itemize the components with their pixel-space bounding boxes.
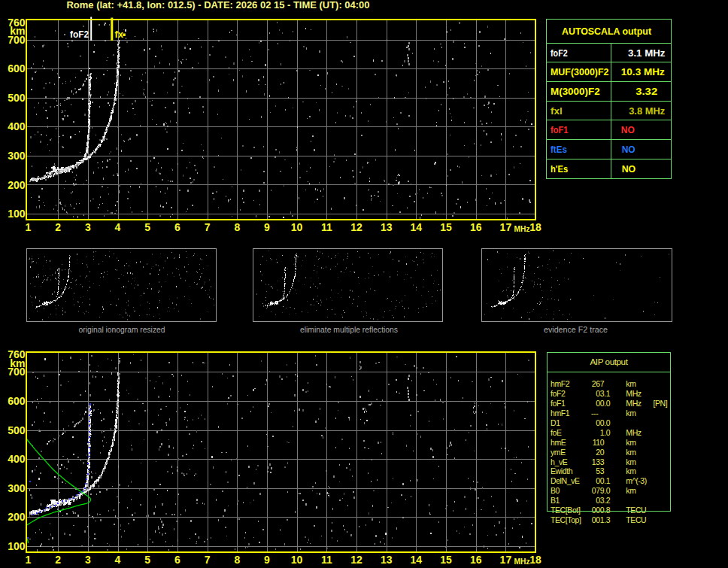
svg-text:MHz: MHz	[514, 557, 530, 566]
svg-text:MHz: MHz	[626, 428, 642, 437]
svg-text:15: 15	[440, 221, 452, 233]
svg-text:18: 18	[529, 221, 541, 233]
svg-text:foE: foE	[551, 428, 562, 437]
svg-text:fxl: fxl	[551, 106, 563, 117]
svg-text:h'Es: h'Es	[551, 164, 568, 175]
svg-text:Ewidth: Ewidth	[551, 466, 573, 475]
svg-text:6: 6	[174, 221, 180, 233]
svg-text:17: 17	[500, 554, 512, 566]
svg-text:B1: B1	[551, 496, 560, 505]
svg-text:300: 300	[8, 150, 26, 162]
svg-text:500: 500	[8, 424, 26, 436]
svg-text:13: 13	[381, 554, 393, 566]
svg-text:AUTOSCALA output: AUTOSCALA output	[562, 26, 652, 37]
svg-text:TEC[Bot]: TEC[Bot]	[551, 506, 581, 515]
svg-text:11: 11	[321, 221, 332, 233]
svg-text:original ionogram resized: original ionogram resized	[79, 326, 165, 334]
svg-text:12: 12	[350, 554, 362, 566]
svg-text:NO: NO	[622, 144, 635, 155]
svg-text:8: 8	[234, 221, 240, 233]
svg-text:MHz: MHz	[514, 224, 530, 233]
svg-text:6: 6	[174, 554, 180, 566]
svg-text:13: 13	[381, 221, 393, 233]
svg-text:9: 9	[264, 554, 270, 566]
svg-text:110: 110	[593, 438, 605, 447]
svg-text:MUF(3000)F2: MUF(3000)F2	[551, 67, 609, 77]
svg-text:600: 600	[8, 62, 26, 74]
svg-text:foF2: foF2	[70, 29, 89, 40]
svg-text:600: 600	[8, 395, 26, 407]
svg-text:53: 53	[596, 466, 604, 475]
svg-text:km: km	[626, 466, 636, 475]
svg-text:400: 400	[8, 453, 26, 465]
svg-text:foF2: foF2	[551, 48, 568, 59]
svg-text:5: 5	[144, 221, 150, 233]
svg-text:2: 2	[55, 554, 61, 566]
svg-text:7: 7	[205, 221, 211, 233]
svg-text:00: 00	[596, 399, 604, 408]
svg-text:267: 267	[592, 379, 605, 388]
svg-text:000: 000	[592, 506, 605, 515]
svg-text:100: 100	[8, 540, 26, 552]
svg-text:h_vE: h_vE	[551, 457, 568, 466]
svg-text:foF1: foF1	[551, 125, 568, 135]
svg-text:17: 17	[500, 221, 512, 233]
svg-text:.1: .1	[604, 389, 611, 398]
svg-text:ftEs: ftEs	[551, 144, 567, 155]
svg-text:NO: NO	[622, 164, 636, 175]
svg-text:TEC[Top]: TEC[Top]	[551, 515, 581, 524]
svg-text:12: 12	[350, 221, 362, 233]
svg-text:eliminate multiple reflections: eliminate multiple reflections	[300, 326, 398, 334]
svg-text:km: km	[626, 409, 636, 418]
svg-text:hmF2: hmF2	[551, 379, 570, 388]
svg-text:km: km	[626, 486, 636, 495]
svg-text:1: 1	[26, 221, 32, 233]
svg-text:4: 4	[115, 221, 121, 233]
svg-text:700: 700	[8, 34, 26, 46]
svg-text:00: 00	[596, 418, 604, 427]
svg-text:700: 700	[8, 366, 26, 378]
svg-text:.0: .0	[604, 486, 611, 495]
svg-text:11: 11	[321, 554, 332, 566]
svg-text:AIP output: AIP output	[590, 357, 629, 366]
svg-text:.2: .2	[604, 496, 611, 505]
svg-text:km: km	[626, 379, 636, 388]
svg-text:MHz: MHz	[626, 389, 642, 398]
svg-text:2: 2	[55, 221, 61, 233]
svg-text:10.3 MHz: 10.3 MHz	[621, 67, 665, 77]
svg-text:hmE: hmE	[551, 438, 566, 447]
svg-text:100: 100	[8, 208, 26, 220]
svg-text:4: 4	[115, 554, 121, 566]
svg-text:03: 03	[596, 496, 604, 505]
svg-text:14: 14	[411, 221, 423, 233]
svg-text:[PN]: [PN]	[653, 399, 667, 408]
svg-text:fx: fx	[115, 29, 124, 40]
svg-text:3.32: 3.32	[635, 87, 657, 97]
svg-text:D1: D1	[551, 418, 560, 427]
svg-text:079: 079	[592, 486, 605, 495]
svg-text:foF1: foF1	[551, 399, 566, 408]
svg-text:.3: .3	[604, 515, 611, 524]
svg-text:---: ---	[591, 409, 599, 418]
svg-text:200: 200	[8, 179, 26, 191]
svg-text:15: 15	[440, 554, 452, 566]
svg-text:10: 10	[291, 554, 303, 566]
svg-text:5: 5	[144, 554, 150, 566]
svg-text:9: 9	[264, 221, 270, 233]
svg-text:133: 133	[592, 457, 605, 466]
svg-text:km: km	[626, 457, 636, 466]
svg-text:10: 10	[291, 221, 303, 233]
svg-text:DelN_vE: DelN_vE	[551, 476, 580, 485]
svg-text:001: 001	[592, 515, 605, 524]
svg-text:18: 18	[529, 554, 541, 566]
svg-text:MHz: MHz	[626, 399, 642, 408]
svg-text:3.8 MHz: 3.8 MHz	[629, 106, 665, 117]
svg-text:.0: .0	[604, 428, 611, 437]
svg-text:M(3000)F2: M(3000)F2	[551, 87, 600, 97]
svg-text:km: km	[626, 438, 636, 447]
svg-text:00: 00	[596, 476, 604, 485]
svg-text:14: 14	[411, 554, 423, 566]
svg-text:7: 7	[205, 554, 211, 566]
svg-text:NO: NO	[621, 125, 635, 135]
svg-text:400: 400	[8, 120, 26, 132]
